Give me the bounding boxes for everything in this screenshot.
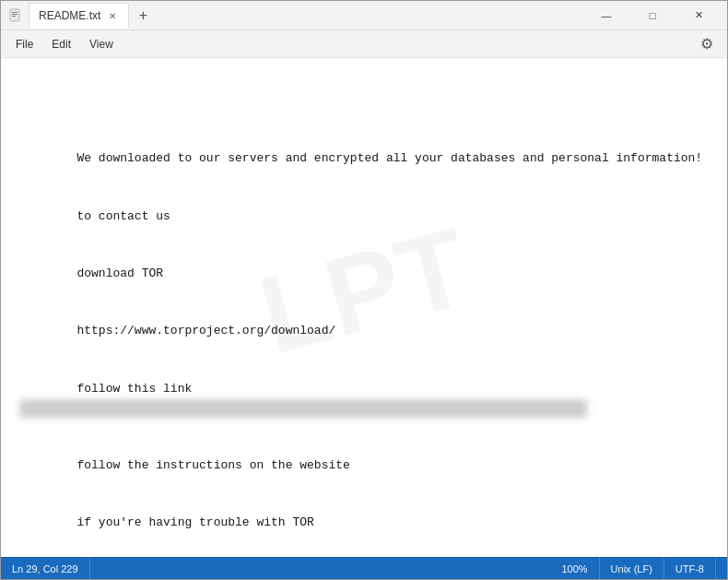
- blurred-link: [19, 399, 587, 419]
- content-area: LPT We downloaded to our servers and enc…: [1, 58, 727, 557]
- menu-file[interactable]: File: [8, 34, 41, 54]
- active-tab[interactable]: README.txt ✕: [29, 3, 129, 29]
- cursor-position: Ln 29, Col 229: [12, 558, 90, 579]
- line-7: if you're having trouble with TOR: [76, 515, 313, 529]
- line-3: download TOR: [76, 266, 163, 280]
- line-ending: Unix (LF): [600, 558, 664, 579]
- line-2: to contact us: [76, 209, 170, 223]
- encoding: UTF-8: [664, 558, 716, 579]
- tab-title: README.txt: [39, 9, 100, 22]
- line-4: https://www.torproject.org/download/: [76, 324, 335, 337]
- app-icon: [8, 8, 23, 23]
- new-tab-button[interactable]: +: [131, 4, 155, 28]
- svg-rect-1: [12, 12, 18, 13]
- svg-rect-3: [12, 16, 16, 17]
- zoom-level: 100%: [550, 558, 599, 579]
- text-editor[interactable]: LPT We downloaded to our servers and enc…: [1, 58, 727, 557]
- settings-icon[interactable]: ⚙: [694, 31, 720, 57]
- window-controls: — □ ✕: [585, 1, 720, 30]
- maximize-button[interactable]: □: [631, 1, 674, 30]
- line-1: We downloaded to our servers and encrypt…: [76, 151, 702, 165]
- main-window: README.txt ✕ + — □ ✕ File Edit View ⚙ LP…: [0, 0, 728, 580]
- close-button[interactable]: ✕: [677, 1, 720, 30]
- minimize-button[interactable]: —: [585, 1, 628, 30]
- tab-close-button[interactable]: ✕: [106, 9, 119, 22]
- svg-rect-2: [12, 14, 18, 15]
- text-content: We downloaded to our servers and encrypt…: [19, 130, 709, 557]
- title-bar: README.txt ✕ + — □ ✕: [1, 1, 727, 30]
- svg-rect-0: [10, 9, 19, 21]
- line-6: follow the instructions on the website: [76, 458, 349, 472]
- status-bar: Ln 29, Col 229 100% Unix (LF) UTF-8: [1, 557, 727, 579]
- menu-view[interactable]: View: [82, 34, 121, 54]
- line-5: follow this link: [19, 382, 587, 415]
- menu-bar: File Edit View ⚙: [1, 30, 727, 58]
- menu-edit[interactable]: Edit: [44, 34, 78, 54]
